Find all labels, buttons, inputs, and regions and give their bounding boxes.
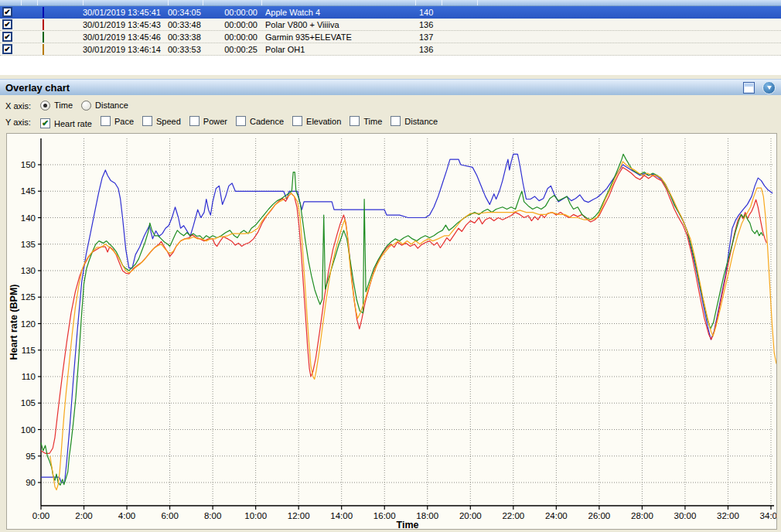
cell-offset: 00:00:00 xyxy=(203,8,261,17)
series-color-swatch xyxy=(43,44,44,55)
series-line-garmin-935-elevate xyxy=(41,154,763,485)
x-tick-label: 22:00 xyxy=(502,511,524,520)
cell-start-time: 30/01/2019 13:46:14 xyxy=(83,45,168,54)
y-axis-option[interactable]: ✔ Heart rate xyxy=(32,118,92,128)
x-tick-label: 8:00 xyxy=(204,511,221,520)
y-tick-label: 150 xyxy=(21,160,36,169)
cell-device-name: Polar V800 + Viiiiva xyxy=(261,20,415,29)
radio-option-label: Distance xyxy=(95,101,128,110)
x-tick-label: 6:00 xyxy=(161,511,178,520)
series-line-apple-watch-4 xyxy=(41,154,772,483)
x-tick-label: 34:00 xyxy=(760,511,776,520)
overlay-chart-area: 90951001051101151201251301351401451500:0… xyxy=(6,133,777,530)
cell-offset: 00:00:00 xyxy=(203,32,261,42)
x-tick-label: 24:00 xyxy=(545,511,568,520)
session-row[interactable]: ✔ 30/01/2019 13:45:46 00:33:38 00:00:00 … xyxy=(0,31,781,43)
radio-icon[interactable] xyxy=(40,101,50,111)
series-color-swatch xyxy=(43,7,44,18)
cell-avg-value: 136 xyxy=(415,45,450,54)
cell-start-time: 30/01/2019 13:45:43 xyxy=(83,20,168,29)
x-axis-option[interactable]: Distance xyxy=(73,101,128,111)
x-tick-label: 32:00 xyxy=(717,511,739,520)
session-row[interactable]: ✔ 30/01/2019 13:45:43 00:33:48 00:00:00 … xyxy=(0,19,781,31)
x-tick-label: 26:00 xyxy=(588,511,610,520)
sessions-table-body: ✔ 30/01/2019 13:45:41 00:34:05 00:00:00 … xyxy=(0,6,781,56)
series-line-polar-v800-viiiiva xyxy=(41,167,766,453)
session-checkbox[interactable]: ✔ xyxy=(2,7,12,17)
checkbox-icon[interactable] xyxy=(101,116,111,126)
session-checkbox[interactable]: ✔ xyxy=(2,32,12,42)
y-tick-label: 110 xyxy=(22,372,36,381)
cell-device-name: Polar OH1 xyxy=(261,45,415,54)
y-axis-option[interactable]: Time xyxy=(341,116,382,126)
table-column-header xyxy=(0,0,781,6)
checkbox-icon[interactable]: ✔ xyxy=(40,118,50,128)
y-tick-label: 125 xyxy=(21,292,36,302)
y-axis-option[interactable]: Pace xyxy=(92,116,134,126)
x-axis-label: X axis: xyxy=(5,101,32,111)
y-axis-option[interactable]: Cadence xyxy=(227,116,284,126)
y-tick-label: 145 xyxy=(21,186,36,196)
checkbox-icon[interactable] xyxy=(390,116,401,126)
session-row[interactable]: ✔ 30/01/2019 13:45:41 00:34:05 00:00:00 … xyxy=(0,6,781,19)
x-tick-label: 0:00 xyxy=(32,511,49,520)
checkbox-icon[interactable] xyxy=(189,116,200,126)
cell-avg-value: 137 xyxy=(415,32,450,42)
cell-duration: 00:33:48 xyxy=(168,20,203,29)
y-axis-controls: Y axis: ✔ Heart rate Pace Speed Power Ca… xyxy=(5,116,438,128)
y-axis-option[interactable]: Distance xyxy=(382,116,438,126)
radio-option-label: Time xyxy=(54,101,73,110)
cell-device-name: Apple Watch 4 xyxy=(261,8,415,17)
session-row[interactable]: ✔ 30/01/2019 13:46:14 00:33:53 00:00:25 … xyxy=(0,43,781,56)
chevron-down-circle-button[interactable] xyxy=(762,81,776,94)
panel-layout-icon[interactable] xyxy=(743,82,755,94)
y-tick-label: 95 xyxy=(26,452,36,461)
cell-offset: 00:00:25 xyxy=(203,45,261,54)
series-color-swatch xyxy=(43,19,44,30)
cell-device-name: Garmin 935+ELEVATE xyxy=(261,32,415,42)
series-color-swatch xyxy=(43,32,44,43)
y-axis-option[interactable]: Speed xyxy=(134,116,181,126)
series-line-polar-oh1 xyxy=(50,162,776,490)
y-axis-options: ✔ Heart rate Pace Speed Power Cadence El… xyxy=(32,116,438,128)
y-axis-title: Heart rate (BPM) xyxy=(9,285,19,360)
cell-start-time: 30/01/2019 13:45:46 xyxy=(83,32,168,42)
radio-icon[interactable] xyxy=(81,101,91,111)
y-tick-label: 90 xyxy=(26,478,36,487)
sessions-table: ✔ 30/01/2019 13:45:41 00:34:05 00:00:00 … xyxy=(0,0,781,75)
y-tick-label: 140 xyxy=(21,213,36,223)
y-tick-label: 130 xyxy=(21,266,36,275)
x-tick-label: 2:00 xyxy=(75,511,92,520)
checkbox-icon[interactable] xyxy=(236,116,246,126)
checkbox-icon[interactable] xyxy=(292,116,302,126)
x-axis-title: Time xyxy=(397,520,419,529)
cell-avg-value: 140 xyxy=(415,8,450,17)
checkbox-option-label: Pace xyxy=(114,117,134,126)
session-checkbox[interactable]: ✔ xyxy=(2,19,12,29)
checkbox-icon[interactable] xyxy=(350,116,360,126)
x-tick-label: 4:00 xyxy=(118,511,135,520)
y-tick-label: 120 xyxy=(21,319,36,329)
y-axis-label: Y axis: xyxy=(5,118,32,127)
checkbox-option-label: Time xyxy=(363,117,382,126)
checkbox-icon[interactable] xyxy=(142,116,152,126)
x-axis-option[interactable]: Time xyxy=(32,101,73,111)
cell-duration: 00:33:53 xyxy=(168,45,203,54)
y-tick-label: 105 xyxy=(21,398,36,408)
overlay-chart-header: Overlay chart xyxy=(0,79,781,95)
cell-start-time: 30/01/2019 13:45:41 xyxy=(83,8,168,17)
y-axis-option[interactable]: Power xyxy=(181,116,227,126)
panel-title: Overlay chart xyxy=(5,82,743,94)
checkbox-option-label: Distance xyxy=(404,117,438,126)
x-tick-label: 30:00 xyxy=(674,511,697,520)
y-axis-option[interactable]: Elevation xyxy=(284,116,341,126)
chevron-down-icon xyxy=(767,86,772,90)
x-axis-options: Time Distance xyxy=(32,101,128,112)
session-checkbox[interactable]: ✔ xyxy=(2,44,12,54)
y-tick-label: 100 xyxy=(21,425,36,435)
heart-rate-line-chart: 90951001051101151201251301351401451500:0… xyxy=(7,134,776,529)
y-tick-label: 135 xyxy=(21,240,36,249)
cell-offset: 00:00:00 xyxy=(203,20,261,29)
x-tick-label: 28:00 xyxy=(631,511,653,520)
checkbox-option-label: Heart rate xyxy=(54,119,92,128)
